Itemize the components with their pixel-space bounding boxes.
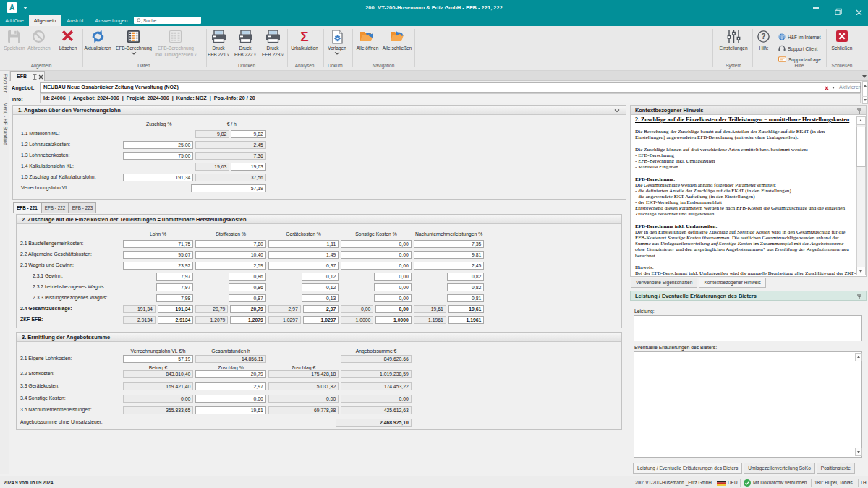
svg-text:?: ? xyxy=(761,32,765,40)
